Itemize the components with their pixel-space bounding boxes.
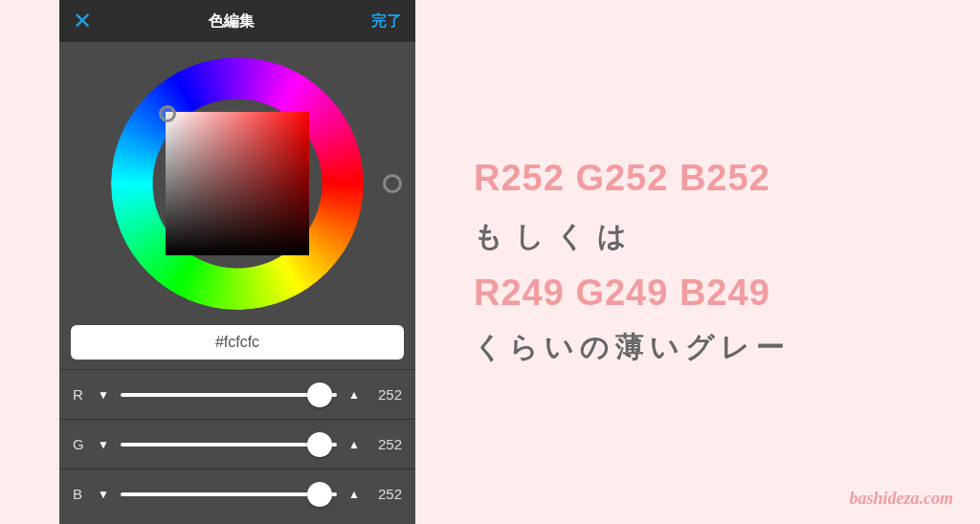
header-bar: ✕ 色編集 完了 [59,0,415,42]
increment-b-icon[interactable]: ▲ [348,488,360,501]
color-edit-panel: ✕ 色編集 完了 R ▼ ▲ 252 G ▼ ▲ 252 B ▼ [59,0,415,524]
slider-thumb-g[interactable] [307,432,332,457]
value-b: 252 [371,486,402,502]
slider-track-r[interactable] [121,393,337,397]
slider-row-r: R ▼ ▲ 252 [59,369,415,419]
hex-input[interactable] [71,325,404,360]
value-r: 252 [371,386,402,403]
hue-cursor[interactable] [383,174,402,193]
sv-cursor[interactable] [159,105,176,122]
decrement-r-icon[interactable]: ▼ [98,388,109,402]
channel-label-b: B [73,486,86,502]
hex-area [59,325,415,369]
channel-label-g: G [73,436,86,452]
annotation-line-1: R252 G252 B252 [474,148,962,208]
slider-track-b[interactable] [121,492,337,496]
slider-thumb-r[interactable] [307,382,332,407]
annotation-text: R252 G252 B252 もしくは R249 G249 B249 くらいの薄… [474,148,962,370]
saturation-value-square[interactable] [166,112,309,255]
color-wheel-area [59,42,415,325]
watermark: bashideza.com [849,489,953,509]
done-button[interactable]: 完了 [371,11,402,32]
slider-row-g: G ▼ ▲ 252 [59,419,415,469]
annotation-line-4: くらいの薄いグレー [474,323,962,371]
annotation-line-3: R249 G249 B249 [474,263,962,323]
increment-r-icon[interactable]: ▲ [348,388,360,402]
slider-track-g[interactable] [121,443,337,447]
value-g: 252 [371,436,402,452]
channel-label-r: R [73,386,86,403]
decrement-g-icon[interactable]: ▼ [98,438,109,451]
dialog-title: 色編集 [209,11,255,32]
close-icon[interactable]: ✕ [73,8,92,34]
decrement-b-icon[interactable]: ▼ [98,488,109,501]
slider-row-b: B ▼ ▲ 252 [59,469,415,518]
slider-thumb-b[interactable] [307,482,332,507]
increment-g-icon[interactable]: ▲ [348,438,360,451]
annotation-line-2: もしくは [474,212,962,260]
